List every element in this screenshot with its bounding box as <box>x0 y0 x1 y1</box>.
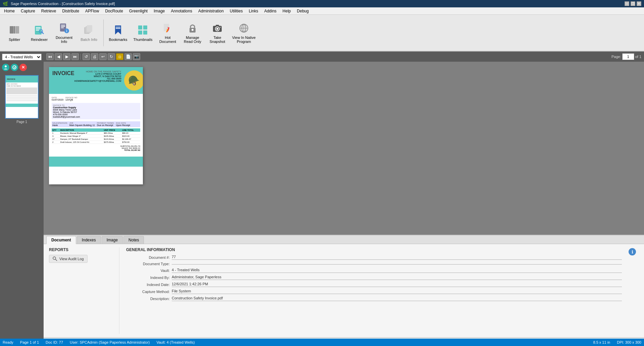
indexed-by-label: Indexed By: <box>126 276 170 280</box>
invoice-footer <box>49 157 143 167</box>
menu-docroute[interactable]: DocRoute <box>102 8 125 14</box>
svg-point-26 <box>192 29 194 31</box>
description-value: Construction Safety Invoice.pdf <box>172 296 622 301</box>
info-row-capture-method: Capture Method: File System <box>126 289 622 294</box>
info-row-doc-num: Document #: 77 <box>126 255 622 260</box>
bottom-panel: Document Indexes Image Notes REPORTS Vie… <box>44 235 644 339</box>
row1-unit: $80.23/ea <box>103 132 122 135</box>
manage-read-only-label: Manage Read Only <box>182 36 203 44</box>
tab-notes[interactable]: Notes <box>123 236 144 244</box>
invoice-addr2: MINOT, N DAKOTA 58702 <box>74 75 121 77</box>
salesperson-value: Hank <box>52 124 67 126</box>
splitter-button[interactable]: Splitter <box>3 18 26 48</box>
take-snapshot-label: Take Snapshot <box>207 36 228 44</box>
menu-links[interactable]: Links <box>246 8 261 14</box>
svg-rect-16 <box>87 25 92 32</box>
bookmarks-icon <box>112 24 124 36</box>
row4-total: $750.00 <box>121 141 140 144</box>
invoice-email: HOMERANGESAFETY@YOUREMAIL.COM <box>74 80 121 82</box>
menu-greenlight[interactable]: Greenlight <box>126 8 150 14</box>
sidebar-icons: ✕ <box>0 62 44 72</box>
svg-point-29 <box>216 28 218 30</box>
nav-undo-button[interactable]: ↩ <box>99 53 107 60</box>
teal-icon-button-2[interactable] <box>11 64 18 71</box>
menu-image[interactable]: Image <box>151 8 167 14</box>
menu-addins[interactable]: Addins <box>262 8 279 14</box>
view-audit-log-button[interactable]: View Audit Log <box>49 255 88 263</box>
toolbar-separator-1 <box>103 19 104 46</box>
row3-unit: $123.91/ea <box>103 138 122 141</box>
document-info-button[interactable]: i Document Info <box>52 18 76 48</box>
tab-document[interactable]: Document <box>46 236 76 244</box>
status-page-info: Page 1 of 1 <box>20 340 39 344</box>
bill-to-address1: 8006 Many Trees Lane <box>53 109 139 111</box>
reports-section: REPORTS View Audit Log <box>49 247 119 334</box>
nav-next-button[interactable]: ▶ <box>63 53 70 60</box>
page-of-label: of <box>635 55 638 59</box>
nav-first-button[interactable]: ⏮ <box>46 53 54 60</box>
status-vault: Vault: 4 (Treated Wells) <box>156 340 195 344</box>
take-snapshot-button[interactable]: Take Snapshot <box>206 18 229 48</box>
minimize-button[interactable]: ─ <box>625 1 629 6</box>
row2-desc: Blower, Heat Slinger 3" <box>60 135 103 138</box>
nav-rotate-ccw-button[interactable]: ↺ <box>83 53 90 60</box>
vault-label: Vault: <box>126 269 170 273</box>
red-close-button[interactable]: ✕ <box>19 64 27 71</box>
menu-retrieve[interactable]: Retrieve <box>39 8 59 14</box>
nav-page-btn[interactable]: 📄 <box>124 53 132 60</box>
reindexer-label: Reindexer <box>31 38 48 42</box>
row2-unit: $105.00/ea <box>103 135 122 138</box>
nav-redo-button[interactable]: ↻ <box>108 53 115 60</box>
table-row: 17 Damper, 24" Backdraft Damper $123.91/… <box>52 138 140 141</box>
document-info-icon: i <box>58 22 70 34</box>
nav-print-button[interactable]: 🖨 <box>91 53 98 60</box>
hot-document-button[interactable]: Hot Document <box>156 18 179 48</box>
manage-read-only-button[interactable]: Manage Read Only <box>181 18 204 48</box>
menu-apflow[interactable]: APFlow <box>83 8 102 14</box>
menu-home[interactable]: Home <box>1 8 17 14</box>
status-ready: Ready <box>3 340 13 344</box>
col-qty: QTY <box>52 128 60 132</box>
nav-fit-button[interactable]: ⊡ <box>116 53 123 60</box>
menu-bar: Home Capture Retrieve Distribute APFlow … <box>0 7 644 15</box>
teal-icon-button[interactable] <box>2 64 9 71</box>
thumbnails-icon <box>137 24 149 36</box>
total-label: TOTAL <box>124 149 130 151</box>
menu-annotations[interactable]: Annotations <box>168 8 195 14</box>
menu-administration[interactable]: Administration <box>196 8 226 14</box>
row1-total: $80.23 <box>121 132 140 135</box>
thumbnail-page-1[interactable]: INVOICE DATE: 01/07/2020 HOME ON THE RAN… <box>5 75 39 119</box>
page-label-prefix: Page: <box>611 55 621 59</box>
invoice-table: QTY DESCRIPTION UNIT PRICE LINE TOTAL 1 … <box>52 128 140 144</box>
menu-debug[interactable]: Debug <box>294 8 311 14</box>
menu-utilities[interactable]: Utilities <box>227 8 246 14</box>
tab-content: REPORTS View Audit Log GENERAL INFORMATI… <box>44 244 644 337</box>
document-info-label: Document Info <box>53 36 75 44</box>
nav-prev-button[interactable]: ◀ <box>55 53 62 60</box>
tab-image[interactable]: Image <box>102 236 123 244</box>
bookmarks-button[interactable]: Bookmarks <box>106 18 130 48</box>
svg-rect-10 <box>61 26 65 27</box>
view-native-button[interactable]: View In Native Program <box>230 18 257 48</box>
tab-indexes[interactable]: Indexes <box>77 236 101 244</box>
svg-rect-0 <box>10 26 14 34</box>
vault-select[interactable]: 1 - Default 2 - Archive 3 - Invoices 4 -… <box>2 54 42 60</box>
info-corner-button[interactable]: ℹ <box>629 248 636 255</box>
menu-capture[interactable]: Capture <box>18 8 38 14</box>
nav-last-button[interactable]: ⏭ <box>71 53 79 60</box>
page-number-input[interactable] <box>622 53 634 60</box>
nav-camera-button[interactable]: 📷 <box>133 53 140 60</box>
reindexer-button[interactable]: Reindexer <box>28 18 51 48</box>
batch-info-button[interactable]: Batch Info <box>77 18 101 48</box>
menu-help[interactable]: Help <box>280 8 293 14</box>
thumbnails-button[interactable]: Thumbnails <box>131 18 155 48</box>
indexed-date-label: Indexed Date: <box>126 283 170 287</box>
menu-distribute[interactable]: Distribute <box>59 8 82 14</box>
bill-to-email: buildstuff@youremail.com <box>53 116 139 118</box>
splitter-label: Splitter <box>9 38 20 42</box>
doc-num-label: Document #: <box>126 255 170 260</box>
close-button[interactable]: ✕ <box>637 1 641 6</box>
bill-to-phone: 479-000-0000 <box>53 113 139 116</box>
restore-button[interactable]: ❒ <box>631 1 635 6</box>
bill-to-company: Construction Supply <box>53 106 139 109</box>
